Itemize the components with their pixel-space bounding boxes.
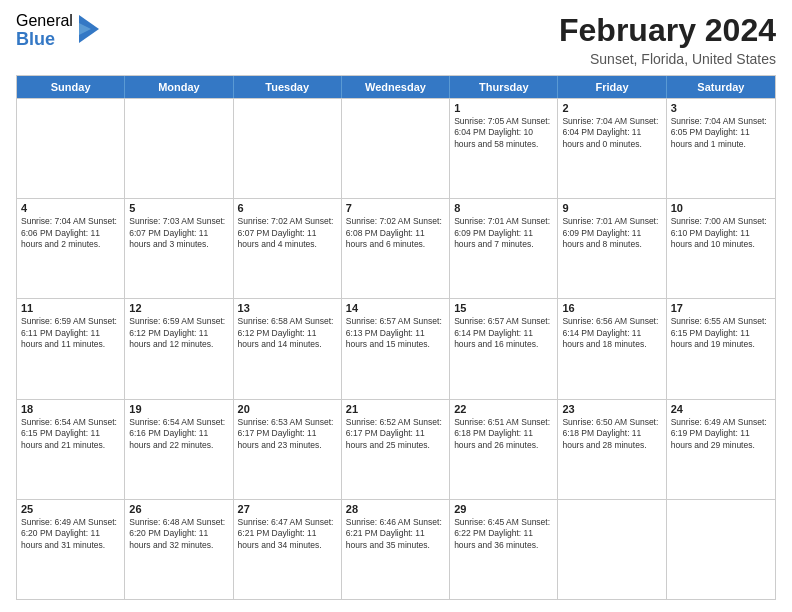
weekday-header-thursday: Thursday xyxy=(450,76,558,98)
calendar-cell: 22Sunrise: 6:51 AM Sunset: 6:18 PM Dayli… xyxy=(450,400,558,499)
calendar-cell: 27Sunrise: 6:47 AM Sunset: 6:21 PM Dayli… xyxy=(234,500,342,599)
calendar-cell: 17Sunrise: 6:55 AM Sunset: 6:15 PM Dayli… xyxy=(667,299,775,398)
cell-info-text: Sunrise: 6:49 AM Sunset: 6:20 PM Dayligh… xyxy=(21,517,120,551)
cell-info-text: Sunrise: 7:00 AM Sunset: 6:10 PM Dayligh… xyxy=(671,216,771,250)
calendar-cell: 25Sunrise: 6:49 AM Sunset: 6:20 PM Dayli… xyxy=(17,500,125,599)
month-year-title: February 2024 xyxy=(559,12,776,49)
weekday-header-sunday: Sunday xyxy=(17,76,125,98)
calendar-cell: 18Sunrise: 6:54 AM Sunset: 6:15 PM Dayli… xyxy=(17,400,125,499)
calendar: SundayMondayTuesdayWednesdayThursdayFrid… xyxy=(16,75,776,600)
calendar-cell: 4Sunrise: 7:04 AM Sunset: 6:06 PM Daylig… xyxy=(17,199,125,298)
cell-day-number: 7 xyxy=(346,202,445,214)
cell-day-number: 13 xyxy=(238,302,337,314)
logo: General Blue xyxy=(16,12,99,49)
calendar-cell xyxy=(558,500,666,599)
cell-day-number: 17 xyxy=(671,302,771,314)
calendar-cell: 28Sunrise: 6:46 AM Sunset: 6:21 PM Dayli… xyxy=(342,500,450,599)
cell-info-text: Sunrise: 6:49 AM Sunset: 6:19 PM Dayligh… xyxy=(671,417,771,451)
cell-day-number: 15 xyxy=(454,302,553,314)
cell-day-number: 9 xyxy=(562,202,661,214)
logo-text: General Blue xyxy=(16,12,73,49)
cell-day-number: 14 xyxy=(346,302,445,314)
cell-info-text: Sunrise: 7:01 AM Sunset: 6:09 PM Dayligh… xyxy=(454,216,553,250)
cell-info-text: Sunrise: 7:02 AM Sunset: 6:08 PM Dayligh… xyxy=(346,216,445,250)
cell-info-text: Sunrise: 7:05 AM Sunset: 6:04 PM Dayligh… xyxy=(454,116,553,150)
calendar-cell: 16Sunrise: 6:56 AM Sunset: 6:14 PM Dayli… xyxy=(558,299,666,398)
weekday-header-monday: Monday xyxy=(125,76,233,98)
cell-day-number: 29 xyxy=(454,503,553,515)
calendar-row-3: 11Sunrise: 6:59 AM Sunset: 6:11 PM Dayli… xyxy=(17,298,775,398)
cell-info-text: Sunrise: 7:02 AM Sunset: 6:07 PM Dayligh… xyxy=(238,216,337,250)
calendar-cell xyxy=(667,500,775,599)
cell-info-text: Sunrise: 6:51 AM Sunset: 6:18 PM Dayligh… xyxy=(454,417,553,451)
calendar-cell xyxy=(125,99,233,198)
calendar-cell: 24Sunrise: 6:49 AM Sunset: 6:19 PM Dayli… xyxy=(667,400,775,499)
calendar-cell: 9Sunrise: 7:01 AM Sunset: 6:09 PM Daylig… xyxy=(558,199,666,298)
cell-info-text: Sunrise: 6:56 AM Sunset: 6:14 PM Dayligh… xyxy=(562,316,661,350)
cell-day-number: 21 xyxy=(346,403,445,415)
cell-info-text: Sunrise: 6:55 AM Sunset: 6:15 PM Dayligh… xyxy=(671,316,771,350)
header: General Blue February 2024 Sunset, Flori… xyxy=(16,12,776,67)
cell-info-text: Sunrise: 6:46 AM Sunset: 6:21 PM Dayligh… xyxy=(346,517,445,551)
cell-day-number: 22 xyxy=(454,403,553,415)
cell-day-number: 23 xyxy=(562,403,661,415)
calendar-cell: 3Sunrise: 7:04 AM Sunset: 6:05 PM Daylig… xyxy=(667,99,775,198)
weekday-header-friday: Friday xyxy=(558,76,666,98)
calendar-cell: 2Sunrise: 7:04 AM Sunset: 6:04 PM Daylig… xyxy=(558,99,666,198)
calendar-cell: 20Sunrise: 6:53 AM Sunset: 6:17 PM Dayli… xyxy=(234,400,342,499)
calendar-cell: 14Sunrise: 6:57 AM Sunset: 6:13 PM Dayli… xyxy=(342,299,450,398)
cell-day-number: 18 xyxy=(21,403,120,415)
calendar-cell: 5Sunrise: 7:03 AM Sunset: 6:07 PM Daylig… xyxy=(125,199,233,298)
cell-info-text: Sunrise: 7:03 AM Sunset: 6:07 PM Dayligh… xyxy=(129,216,228,250)
cell-info-text: Sunrise: 7:04 AM Sunset: 6:04 PM Dayligh… xyxy=(562,116,661,150)
cell-day-number: 24 xyxy=(671,403,771,415)
calendar-cell: 19Sunrise: 6:54 AM Sunset: 6:16 PM Dayli… xyxy=(125,400,233,499)
cell-day-number: 12 xyxy=(129,302,228,314)
calendar-body: 1Sunrise: 7:05 AM Sunset: 6:04 PM Daylig… xyxy=(17,98,775,599)
cell-day-number: 27 xyxy=(238,503,337,515)
cell-info-text: Sunrise: 7:01 AM Sunset: 6:09 PM Dayligh… xyxy=(562,216,661,250)
calendar-cell: 7Sunrise: 7:02 AM Sunset: 6:08 PM Daylig… xyxy=(342,199,450,298)
cell-info-text: Sunrise: 6:52 AM Sunset: 6:17 PM Dayligh… xyxy=(346,417,445,451)
cell-info-text: Sunrise: 6:54 AM Sunset: 6:15 PM Dayligh… xyxy=(21,417,120,451)
calendar-cell: 23Sunrise: 6:50 AM Sunset: 6:18 PM Dayli… xyxy=(558,400,666,499)
calendar-cell: 6Sunrise: 7:02 AM Sunset: 6:07 PM Daylig… xyxy=(234,199,342,298)
cell-info-text: Sunrise: 6:54 AM Sunset: 6:16 PM Dayligh… xyxy=(129,417,228,451)
location-subtitle: Sunset, Florida, United States xyxy=(559,51,776,67)
cell-day-number: 8 xyxy=(454,202,553,214)
calendar-cell: 1Sunrise: 7:05 AM Sunset: 6:04 PM Daylig… xyxy=(450,99,558,198)
cell-info-text: Sunrise: 6:58 AM Sunset: 6:12 PM Dayligh… xyxy=(238,316,337,350)
calendar-cell: 29Sunrise: 6:45 AM Sunset: 6:22 PM Dayli… xyxy=(450,500,558,599)
cell-info-text: Sunrise: 6:45 AM Sunset: 6:22 PM Dayligh… xyxy=(454,517,553,551)
cell-day-number: 25 xyxy=(21,503,120,515)
calendar-cell xyxy=(234,99,342,198)
calendar-header: SundayMondayTuesdayWednesdayThursdayFrid… xyxy=(17,76,775,98)
cell-day-number: 28 xyxy=(346,503,445,515)
calendar-row-5: 25Sunrise: 6:49 AM Sunset: 6:20 PM Dayli… xyxy=(17,499,775,599)
weekday-header-wednesday: Wednesday xyxy=(342,76,450,98)
cell-day-number: 16 xyxy=(562,302,661,314)
weekday-header-tuesday: Tuesday xyxy=(234,76,342,98)
calendar-cell: 12Sunrise: 6:59 AM Sunset: 6:12 PM Dayli… xyxy=(125,299,233,398)
cell-day-number: 6 xyxy=(238,202,337,214)
calendar-cell: 26Sunrise: 6:48 AM Sunset: 6:20 PM Dayli… xyxy=(125,500,233,599)
calendar-row-4: 18Sunrise: 6:54 AM Sunset: 6:15 PM Dayli… xyxy=(17,399,775,499)
cell-info-text: Sunrise: 6:59 AM Sunset: 6:12 PM Dayligh… xyxy=(129,316,228,350)
calendar-cell: 21Sunrise: 6:52 AM Sunset: 6:17 PM Dayli… xyxy=(342,400,450,499)
cell-day-number: 3 xyxy=(671,102,771,114)
cell-info-text: Sunrise: 7:04 AM Sunset: 6:05 PM Dayligh… xyxy=(671,116,771,150)
calendar-cell: 11Sunrise: 6:59 AM Sunset: 6:11 PM Dayli… xyxy=(17,299,125,398)
logo-icon xyxy=(75,15,99,43)
cell-info-text: Sunrise: 6:50 AM Sunset: 6:18 PM Dayligh… xyxy=(562,417,661,451)
cell-info-text: Sunrise: 6:57 AM Sunset: 6:13 PM Dayligh… xyxy=(346,316,445,350)
cell-day-number: 19 xyxy=(129,403,228,415)
cell-info-text: Sunrise: 6:48 AM Sunset: 6:20 PM Dayligh… xyxy=(129,517,228,551)
calendar-cell: 13Sunrise: 6:58 AM Sunset: 6:12 PM Dayli… xyxy=(234,299,342,398)
cell-day-number: 5 xyxy=(129,202,228,214)
calendar-row-1: 1Sunrise: 7:05 AM Sunset: 6:04 PM Daylig… xyxy=(17,98,775,198)
calendar-cell: 10Sunrise: 7:00 AM Sunset: 6:10 PM Dayli… xyxy=(667,199,775,298)
page: General Blue February 2024 Sunset, Flori… xyxy=(0,0,792,612)
cell-day-number: 26 xyxy=(129,503,228,515)
calendar-cell xyxy=(342,99,450,198)
cell-info-text: Sunrise: 6:47 AM Sunset: 6:21 PM Dayligh… xyxy=(238,517,337,551)
